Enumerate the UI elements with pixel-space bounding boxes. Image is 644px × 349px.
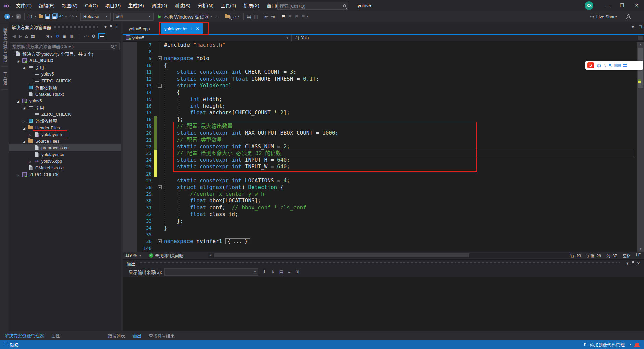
minimize-button[interactable]: —: [600, 0, 614, 11]
tree-item-zero_check[interactable]: ZERO_CHECK: [9, 77, 121, 84]
panel-tab-解决方案资源管理器[interactable]: 解决方案资源管理器: [5, 332, 44, 339]
glyph-margin[interactable]: [123, 163, 137, 170]
glyph-margin[interactable]: [123, 42, 137, 48]
glyph-margin[interactable]: [123, 109, 137, 116]
code-editor[interactable]: 7#include "macros.h"89−namespace Yolo10{…: [123, 42, 644, 252]
window-position-icon[interactable]: ▼: [104, 25, 107, 29]
glyph-margin[interactable]: [123, 157, 137, 163]
se-collapse-all-icon[interactable]: ▣: [62, 34, 66, 39]
glyph-margin[interactable]: [123, 184, 137, 191]
glyph-margin[interactable]: [123, 55, 137, 62]
redo-button[interactable]: ↷▼: [69, 13, 78, 21]
code-line-10[interactable]: 10{: [123, 62, 644, 69]
tree-item-zero_check[interactable]: ZERO_CHECK: [9, 111, 121, 117]
find-in-files-button[interactable]: [225, 13, 231, 21]
maximize-button[interactable]: ❐: [614, 0, 629, 11]
toggle-bookmark-button[interactable]: ⚑: [281, 13, 285, 21]
configuration-dropdown[interactable]: Release▼: [80, 13, 111, 21]
menu-9[interactable]: 分析(N): [194, 0, 217, 11]
clear-bookmarks-button[interactable]: ⚑▼: [301, 13, 309, 21]
output-source-dropdown[interactable]: ▼: [164, 268, 258, 276]
output-content[interactable]: [123, 277, 644, 331]
copy-list-icon[interactable]: ▥: [253, 13, 258, 21]
glyph-margin[interactable]: [123, 143, 137, 150]
tool-strip-2[interactable]: 工具箱: [1, 68, 8, 90]
se-pending-changes-icon[interactable]: ◷▼: [45, 34, 53, 39]
tab-close-icon[interactable]: ✕: [196, 26, 199, 31]
glyph-margin[interactable]: [123, 204, 137, 211]
menu-7[interactable]: 调试(D): [148, 0, 171, 11]
fold-minus-icon[interactable]: −: [158, 185, 162, 189]
panel-tab-输出[interactable]: 输出: [132, 332, 141, 339]
glyph-margin[interactable]: [123, 245, 137, 252]
glyph-margin[interactable]: [123, 191, 137, 197]
solution-explorer-header[interactable]: 解决方案资源管理器 ▼ ✕: [9, 22, 121, 32]
vertical-scrollbar[interactable]: ▲ ▼: [637, 42, 644, 252]
save-all-button[interactable]: [52, 13, 57, 21]
background-tasks-icon[interactable]: [3, 343, 7, 346]
menu-10[interactable]: 工具(T): [217, 0, 240, 11]
glyph-margin[interactable]: [123, 211, 137, 218]
tree-item--[interactable]: 外部依赖项: [9, 84, 121, 91]
output-position-icon[interactable]: ▼: [626, 261, 629, 265]
glyph-margin[interactable]: [123, 225, 137, 231]
code-line-16[interactable]: 16 int height;: [123, 103, 644, 109]
add-to-source-control-button[interactable]: 添加到源代码管理: [590, 341, 625, 348]
word-wrap-icon[interactable]: ≡: [288, 269, 291, 275]
symbol-dropdown[interactable]: { } Yolo ▼: [292, 35, 644, 41]
code-line-13[interactable]: 13− struct YoloKernel: [123, 82, 644, 89]
float-window-icon[interactable]: ❐: [639, 25, 642, 29]
code-line-32[interactable]: 32 float class_id;: [123, 211, 644, 218]
code-line-18[interactable]: 18 };: [123, 116, 644, 123]
navigate-forward-button[interactable]: ▶: [16, 13, 21, 21]
se-preview-selected-toggle[interactable]: —: [98, 33, 105, 39]
glyph-margin[interactable]: [123, 238, 137, 245]
glyph-margin[interactable]: [123, 76, 137, 82]
platform-dropdown[interactable]: x64▼: [113, 13, 154, 21]
code-line-34[interactable]: 34}: [123, 225, 644, 231]
code-line-14[interactable]: 14 {: [123, 89, 644, 96]
menu-4[interactable]: Git(G): [81, 0, 101, 11]
undo-button[interactable]: ↶▼: [59, 13, 67, 21]
indent-increase-icon[interactable]: ⇥: [271, 13, 275, 21]
menu-2[interactable]: 编辑(E): [35, 0, 58, 11]
tab-list-dropdown-icon[interactable]: ▼: [631, 25, 635, 29]
fold-minus-icon[interactable]: −: [158, 84, 162, 88]
tree-item-all_build[interactable]: ◢ALL_BUILD: [9, 57, 121, 64]
close-button[interactable]: ✕: [629, 0, 644, 11]
document-tab-yolov5.cpp[interactable]: yolov5.cpp: [125, 23, 153, 34]
live-share-button[interactable]: ↪Live Share: [590, 11, 631, 22]
code-line-36[interactable]: 36+namespace nvinfer1 { ... }: [123, 238, 644, 245]
menu-8[interactable]: 测试(S): [171, 0, 194, 11]
fold-minus-icon[interactable]: −: [158, 56, 162, 60]
compare-files-icon[interactable]: ▤: [247, 13, 251, 21]
menu-5[interactable]: 项目(P): [101, 0, 124, 11]
tree-item-cmakelists.txt[interactable]: CMakeLists.txt: [9, 164, 121, 171]
code-line-28[interactable]: 28− struct alignas(float) Detection {: [123, 184, 644, 191]
tree-item-header-files[interactable]: ◢Header Files: [9, 124, 121, 131]
glyph-margin[interactable]: [123, 130, 137, 136]
code-line-17[interactable]: 17 float anchors[CHECK_COUNT * 2];: [123, 109, 644, 116]
code-line-27[interactable]: 27 static constexpr int LOCATIONS = 4;: [123, 177, 644, 184]
code-line-11[interactable]: 11 static constexpr int CHECK_COUNT = 3;: [123, 69, 644, 76]
hscrollbar-thumb[interactable]: [214, 253, 469, 257]
project-dropdown[interactable]: yolov5 ▼: [123, 35, 292, 41]
glyph-margin[interactable]: [123, 197, 137, 204]
code-line-140[interactable]: 140: [123, 245, 644, 252]
new-file-button[interactable]: 🗋▼: [28, 13, 37, 21]
panel-tab-属性[interactable]: 属性: [51, 332, 60, 339]
code-line-21[interactable]: 21 // 配置 类型数量: [123, 137, 644, 143]
se-copy-icon[interactable]: ▥: [70, 34, 74, 39]
close-panel-icon[interactable]: ✕: [115, 25, 118, 29]
menu-1[interactable]: 文件(F): [12, 0, 35, 11]
tree-item--[interactable]: ◢引用: [9, 104, 121, 111]
tree-item-cmakelists.txt[interactable]: CMakeLists.txt: [9, 91, 121, 97]
code-line-29[interactable]: 29 //center_x center_y w h: [123, 191, 644, 197]
prev-message-icon[interactable]: ⇞: [263, 269, 266, 275]
code-line-31[interactable]: 31 float conf; // bbox_conf * cls_conf: [123, 204, 644, 211]
code-line-25[interactable]: 25 static constexpr int INPUT_W = 640;: [123, 163, 644, 170]
tree-item--[interactable]: ◢引用: [9, 64, 121, 70]
code-line-9[interactable]: 9−namespace Yolo: [123, 55, 644, 62]
output-close-icon[interactable]: ✕: [637, 261, 640, 266]
document-health-indicator[interactable]: ✓ 未找到相关问题: [149, 253, 183, 258]
